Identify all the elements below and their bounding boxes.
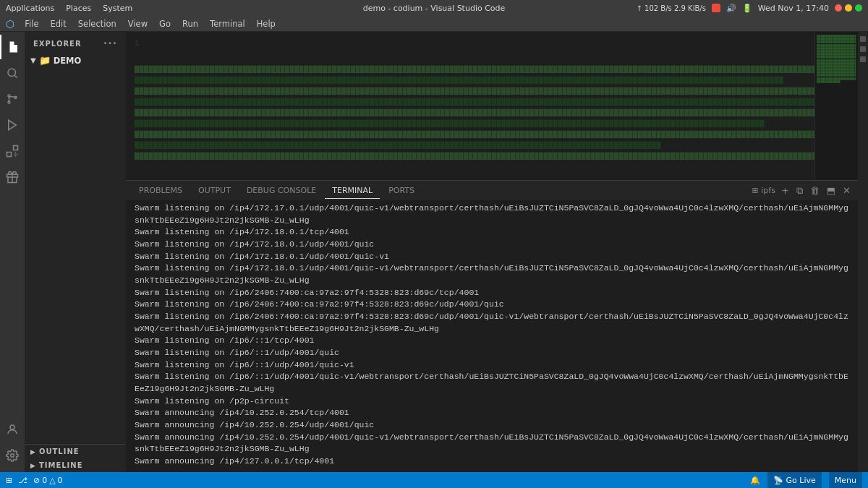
account-icon[interactable] (0, 417, 25, 442)
view-menu[interactable]: View (124, 17, 152, 30)
close-panel-button[interactable]: ✕ (841, 185, 852, 196)
term-line: Swarm listening on /ip4/172.18.0.1/udp/4… (135, 262, 849, 286)
term-line: Swarm listening on /ip6/::1/udp/4001/qui… (135, 359, 849, 372)
sidebar-bottom: ▶ OUTLINE ▶ TIMELINE (25, 444, 126, 472)
edit-menu[interactable]: Edit (46, 17, 70, 30)
warning-icon: △ (49, 476, 55, 485)
chevron-right-icon2: ▶ (30, 462, 36, 469)
code-area[interactable]: 1 ██████████████████████████████████████… (126, 32, 858, 180)
volume-icon[interactable]: 🔊 (726, 4, 736, 13)
trash-button[interactable]: 🗑 (809, 185, 821, 196)
term-line: Swarm listening on /ip6/2406:7400:ca:97a… (135, 287, 849, 299)
settings-icon[interactable] (0, 443, 25, 468)
applications-menu[interactable]: Applications (6, 4, 54, 13)
datetime: Wed Nov 1, 17:40 (758, 4, 829, 13)
git-branch-icon: ⎇ (18, 476, 27, 485)
run-menu[interactable]: Run (178, 17, 203, 30)
extensions-icon[interactable] (0, 139, 25, 163)
remote-icon: ⊞ (6, 476, 12, 485)
term-line: Swarm listening on /ip6/::1/udp/4001/qui… (135, 347, 849, 359)
term-line: Swarm announcing /ip4/10.252.0.254/udp/4… (135, 432, 849, 455)
chevron-down-icon: ▼ (30, 56, 36, 64)
rsb-dot (860, 36, 866, 42)
folder-icon: 📁 (39, 55, 51, 66)
term-line: Swarm listening on /ip6/2406:7400:ca:97a… (135, 311, 849, 335)
system-bar: Applications Places System demo - codium… (0, 0, 868, 16)
menu-bar: ⬡ File Edit Selection View Go Run Termin… (0, 16, 868, 32)
svg-line-1 (14, 75, 17, 77)
system-menu[interactable]: System (103, 4, 132, 13)
tab-output[interactable]: OUTPUT (191, 183, 238, 199)
status-bar-left: ⊞ ⎇ ⊘ 0 △ 0 (6, 476, 63, 485)
editor-area: 1 ██████████████████████████████████████… (126, 32, 858, 472)
activity-bottom (0, 417, 25, 472)
remote-icon[interactable] (0, 165, 25, 189)
sidebar: EXPLORER ··· ▼ 📁 DEMO ▶ OUTLINE ▶ TIMELI… (25, 32, 126, 472)
tab-ports[interactable]: PORTS (381, 183, 422, 199)
source-control-icon[interactable] (0, 87, 25, 111)
system-bar-left: Applications Places System (6, 4, 132, 13)
terminal-tabs-left: PROBLEMS OUTPUT DEBUG CONSOLE TERMINAL P… (132, 183, 422, 199)
recording-icon (712, 4, 720, 12)
error-icon: ⊘ (33, 476, 40, 485)
tab-problems[interactable]: PROBLEMS (132, 183, 190, 199)
term-line: Swarm listening on /ip4/172.17.0.1/udp/4… (135, 202, 849, 226)
term-line: Swarm listening on /ip4/172.18.0.1/tcp/4… (135, 226, 849, 239)
errors-status[interactable]: ⊘ 0 △ 0 (33, 476, 63, 485)
rsb-dot (860, 56, 866, 62)
split-terminal-button[interactable]: ⧉ (795, 185, 804, 197)
file-menu[interactable]: File (20, 17, 43, 30)
term-line: Swarm listening on /ip4/172.18.0.1/udp/4… (135, 239, 849, 251)
battery-icon: 🔋 (742, 4, 752, 13)
sidebar-header: EXPLORER ··· (25, 32, 126, 52)
term-line: Swarm listening on /ip6/::1/udp/4001/qui… (135, 371, 849, 395)
demo-folder[interactable]: ▼ 📁 DEMO (25, 53, 126, 67)
search-icon[interactable] (0, 61, 25, 85)
tab-terminal[interactable]: TERMINAL (325, 183, 380, 199)
debug-icon[interactable] (0, 113, 25, 137)
remote-status[interactable]: ⊞ (6, 476, 12, 485)
add-terminal-button[interactable]: + (780, 185, 791, 196)
go-live-button[interactable]: 📡 Go Live (767, 472, 822, 488)
term-line: Swarm listening on /ip4/172.18.0.1/udp/4… (135, 251, 849, 263)
terminal-lines: Initializing daemon... Kubo version: 0.2… (135, 200, 849, 468)
tab-debug-console[interactable]: DEBUG CONSOLE (239, 183, 323, 199)
sidebar-more-icon[interactable]: ··· (103, 38, 117, 49)
broadcast-icon: 📡 (773, 476, 783, 485)
right-sidebar (858, 32, 868, 472)
outline-section[interactable]: ▶ OUTLINE (25, 445, 126, 458)
go-menu[interactable]: Go (155, 17, 175, 30)
term-line: Swarm announcing /ip4/127.0.0.1/tcp/4001 (135, 455, 849, 468)
svg-point-8 (10, 425, 14, 429)
files-icon[interactable] (0, 35, 25, 59)
network-status: ↑ 102 B/s 2.9 KiB/s (637, 4, 706, 12)
terminal-menu[interactable]: Terminal (205, 17, 250, 30)
help-menu[interactable]: Help (252, 17, 280, 30)
maximize-panel-button[interactable]: ⬒ (825, 185, 837, 196)
timeline-section[interactable]: ▶ TIMELINE (25, 458, 126, 472)
svg-marker-5 (9, 120, 17, 130)
svg-point-0 (8, 69, 16, 77)
system-bar-right: ↑ 102 B/s 2.9 KiB/s 🔊 🔋 Wed Nov 1, 17:40 (637, 4, 862, 13)
terminal-tabs-right: ⊞ ipfs + ⧉ 🗑 ⬒ ✕ (752, 185, 852, 197)
term-line: Swarm listening on /ip6/2406:7400:ca:97a… (135, 299, 849, 311)
selection-menu[interactable]: Selection (74, 17, 121, 30)
window-controls[interactable] (835, 4, 862, 12)
notification-icon[interactable]: 🔔 (750, 476, 760, 485)
close-button[interactable] (835, 4, 842, 12)
minimize-button[interactable] (845, 4, 852, 12)
terminal-content[interactable]: → [ santhoshm @ paradise ] - [ ~/Persona… (126, 200, 858, 472)
term-line: Swarm listening on /ip6/::1/tcp/4001 (135, 335, 849, 347)
warning-count: 0 (58, 476, 63, 485)
term-line: Swarm announcing /ip4/10.252.0.254/tcp/4… (135, 407, 849, 419)
menu-button[interactable]: Menu (829, 472, 862, 488)
git-status[interactable]: ⎇ (18, 476, 27, 485)
svg-point-9 (11, 454, 14, 458)
maximize-button[interactable] (855, 4, 862, 12)
vscode-logo-icon: ⬡ (6, 18, 14, 30)
window-title: demo - codium - Visual Studio Code (363, 4, 506, 13)
demo-folder-label: DEMO (54, 56, 82, 66)
chevron-right-icon: ▶ (30, 448, 36, 455)
term-line: Swarm listening on /p2p-circuit (135, 395, 849, 408)
places-menu[interactable]: Places (66, 4, 91, 13)
